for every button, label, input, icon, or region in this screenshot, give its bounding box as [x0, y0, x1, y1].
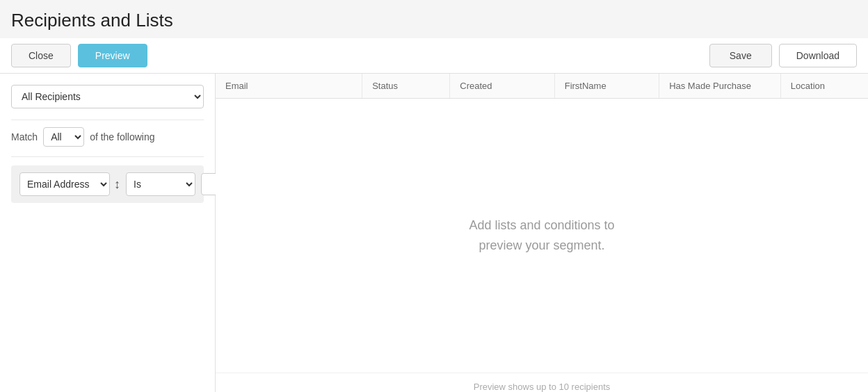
footer-note: Preview shows up to 10 recipients — [216, 373, 868, 392]
table-col-created: Created — [450, 74, 554, 98]
close-button[interactable]: Close — [11, 44, 71, 67]
cursor-icon: ↕ — [114, 177, 120, 192]
toolbar-right: Save Download — [709, 44, 857, 67]
left-panel: All Recipients Subscribers Unsubscribed … — [0, 74, 216, 392]
match-row: Match All Any of the following — [11, 120, 204, 157]
condition-field-select[interactable]: Email Address Status Created FirstName H… — [19, 172, 110, 196]
preview-button[interactable]: Preview — [78, 44, 147, 67]
download-button[interactable]: Download — [779, 44, 857, 67]
recipients-select[interactable]: All Recipients Subscribers Unsubscribed … — [11, 85, 204, 108]
table-col-firstname: FirstName — [555, 74, 659, 98]
toolbar-left: Close Preview — [11, 44, 147, 67]
match-label: Match — [11, 131, 38, 142]
empty-state-message: Add lists and conditions to preview your… — [216, 99, 868, 373]
empty-line2: preview your segment. — [479, 236, 604, 256]
table-col-location: Location — [781, 74, 868, 98]
empty-line1: Add lists and conditions to — [469, 215, 614, 236]
condition-row: Email Address Status Created FirstName H… — [11, 165, 204, 203]
save-button[interactable]: Save — [709, 44, 772, 67]
table-col-purchase: Has Made Purchase — [659, 74, 781, 98]
toolbar: Close Preview Save Download — [0, 38, 868, 74]
table-col-status: Status — [362, 74, 450, 98]
page-title: Recipients and Lists — [0, 0, 868, 38]
table-col-email: Email — [216, 74, 362, 98]
table-header: Email Status Created FirstName Has Made … — [216, 74, 868, 99]
right-panel: Email Status Created FirstName Has Made … — [216, 74, 868, 392]
match-select[interactable]: All Any — [43, 127, 84, 147]
condition-operator-select[interactable]: Is Is Not Contains Does Not Contain Star… — [126, 172, 195, 196]
main-content: All Recipients Subscribers Unsubscribed … — [0, 74, 868, 392]
match-suffix: of the following — [90, 131, 154, 142]
